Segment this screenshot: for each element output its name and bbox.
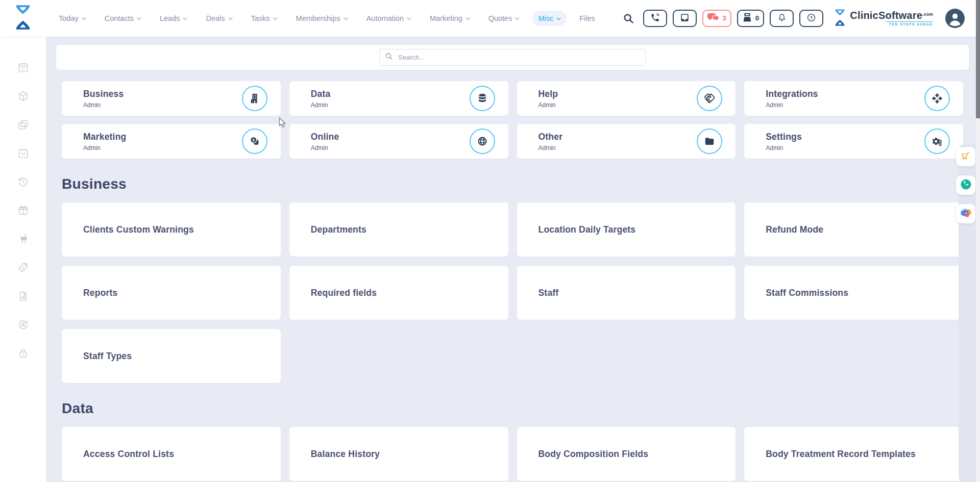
brand-name: ClinicSoftware: [850, 10, 922, 21]
item-card-staff-types[interactable]: Staff Types: [62, 329, 281, 383]
category-card-marketing[interactable]: MarketingAdmin$: [62, 124, 281, 159]
item-card-title: Staff Types: [83, 351, 132, 362]
item-card-title: Balance History: [311, 449, 380, 460]
nav-item-tasks[interactable]: Tasks: [246, 11, 283, 26]
item-card-title: Required fields: [311, 288, 377, 298]
account-sync-icon: [17, 319, 29, 331]
nav-item-leads[interactable]: Leads: [154, 11, 193, 26]
notifications-button[interactable]: [770, 10, 794, 27]
floating-ai-button[interactable]: AI: [956, 204, 975, 223]
nav-item-quotes[interactable]: Quotes: [483, 11, 526, 26]
help-button[interactable]: ?: [799, 10, 823, 27]
item-card-title: Body Treatment Record Templates: [766, 449, 916, 460]
category-subtitle: Admin: [538, 144, 697, 151]
floating-call-button[interactable]: [956, 175, 975, 195]
scrollbar-thumb[interactable]: [976, 0, 980, 118]
item-card-title: Access Control Lists: [83, 449, 174, 460]
item-card-clients-custom-warnings[interactable]: Clients Custom Warnings: [62, 202, 281, 257]
bell-icon: [777, 13, 787, 24]
category-card-settings[interactable]: SettingsAdmin: [744, 124, 963, 159]
item-card-balance-history[interactable]: Balance History: [289, 427, 508, 481]
item-card-required-fields[interactable]: Required fields: [289, 266, 508, 320]
category-card-help[interactable]: HelpAdmin: [517, 81, 736, 116]
sidebar-item-copy[interactable]: [0, 110, 46, 139]
sidebar-item-cart[interactable]: [0, 224, 46, 253]
sidebar-item-lock[interactable]: [0, 339, 46, 367]
sidebar-item-report[interactable]: [0, 282, 46, 310]
nav-item-label: Quotes: [488, 14, 512, 22]
search-input[interactable]: [397, 53, 640, 62]
search-icon[interactable]: [623, 13, 634, 24]
category-title: Online: [311, 132, 470, 142]
category-card-business[interactable]: BusinessAdmin: [62, 81, 281, 116]
sidebar-item-calendar-booking[interactable]: [0, 139, 46, 167]
category-card-integrations[interactable]: IntegrationsAdmin: [744, 81, 963, 116]
hourglass-logo-icon: [834, 9, 846, 29]
inbox-icon: [680, 13, 690, 24]
nav-item-label: Leads: [160, 14, 180, 22]
main-content: BusinessAdminDataAdminHelpAdminIntegrati…: [46, 37, 976, 482]
nav-item-today[interactable]: Today: [53, 11, 92, 26]
item-card-staff-commissions[interactable]: Staff Commissions: [744, 266, 963, 320]
user-avatar[interactable]: [945, 9, 965, 28]
nav-item-label: Today: [59, 14, 79, 22]
item-card-title: Location Daily Targets: [538, 224, 636, 235]
category-card-data[interactable]: DataAdmin: [289, 81, 508, 116]
nav-item-automation[interactable]: Automation: [361, 11, 417, 26]
item-card-body-composition-fields[interactable]: Body Composition Fields: [517, 427, 736, 481]
app-logo[interactable]: [13, 4, 33, 33]
item-card-departments[interactable]: Departments: [289, 202, 508, 257]
nav-item-label: Memberships: [296, 14, 340, 22]
nav-item-marketing[interactable]: Marketing: [424, 11, 476, 26]
section-heading-data: Data: [62, 400, 963, 417]
category-subtitle: Admin: [766, 102, 924, 109]
copy-icon: [17, 119, 29, 131]
section-grid-business: Clients Custom WarningsDepartmentsLocati…: [62, 202, 963, 383]
category-subtitle: Admin: [311, 144, 470, 151]
cash-register-icon: [742, 13, 752, 24]
nav-item-contacts[interactable]: Contacts: [99, 11, 147, 26]
chat-count-badge: 3: [722, 15, 726, 22]
nav-item-deals[interactable]: Deals: [200, 11, 238, 26]
money-chat-icon: $: [242, 129, 267, 154]
floating-buttons: AI: [956, 147, 975, 223]
nav-item-label: Marketing: [430, 14, 462, 22]
nav-item-label: Misc: [538, 14, 553, 22]
category-title: Data: [311, 89, 470, 99]
sidebar-item-history[interactable]: [0, 167, 46, 196]
sidebar-item-cube[interactable]: [0, 82, 46, 110]
item-card-refund-mode[interactable]: Refund Mode: [744, 202, 963, 257]
item-card-body-treatment-record-templates[interactable]: Body Treatment Record Templates: [744, 427, 963, 481]
brand-logo[interactable]: ClinicSoftware.com TEN STEPS AHEAD: [834, 9, 933, 29]
sidebar-item-price-tag[interactable]: $: [0, 253, 46, 282]
category-card-online[interactable]: OnlineAdmin: [289, 124, 508, 159]
chat-button[interactable]: 3: [702, 10, 731, 27]
inbox-button[interactable]: [673, 10, 697, 27]
sidebar-item-account-sync[interactable]: [0, 310, 46, 339]
brand-tld: .com: [922, 12, 933, 17]
floating-cart-button[interactable]: [956, 147, 975, 166]
pos-button[interactable]: 0: [737, 10, 765, 27]
handshake-icon: [697, 86, 722, 111]
move-icon: [924, 86, 950, 111]
phone-button[interactable]: [643, 10, 667, 27]
item-card-location-daily-targets[interactable]: Location Daily Targets: [517, 202, 736, 257]
category-card-other[interactable]: OtherAdmin: [517, 124, 736, 159]
sidebar-item-calendar-12[interactable]: 12: [0, 53, 46, 82]
nav-item-memberships[interactable]: Memberships: [290, 11, 354, 26]
pos-count-badge: 0: [755, 15, 760, 22]
sidebar-item-gift[interactable]: [0, 196, 46, 224]
nav-item-misc[interactable]: Misc: [532, 11, 567, 26]
item-card-title: Body Composition Fields: [538, 449, 649, 460]
nav-item-label: Contacts: [105, 14, 134, 22]
item-card-reports[interactable]: Reports: [62, 266, 281, 320]
scrollbar-track[interactable]: [976, 0, 980, 482]
item-card-access-control-lists[interactable]: Access Control Lists: [62, 427, 281, 481]
item-card-staff[interactable]: Staff: [517, 266, 736, 320]
top-bar: TodayContactsLeadsDealsTasksMembershipsA…: [0, 0, 980, 37]
gears-icon: [924, 129, 950, 154]
category-subtitle: Admin: [538, 102, 697, 109]
search-box[interactable]: [379, 49, 646, 66]
phone-icon: [650, 13, 660, 24]
nav-item-files[interactable]: Files: [574, 11, 601, 26]
